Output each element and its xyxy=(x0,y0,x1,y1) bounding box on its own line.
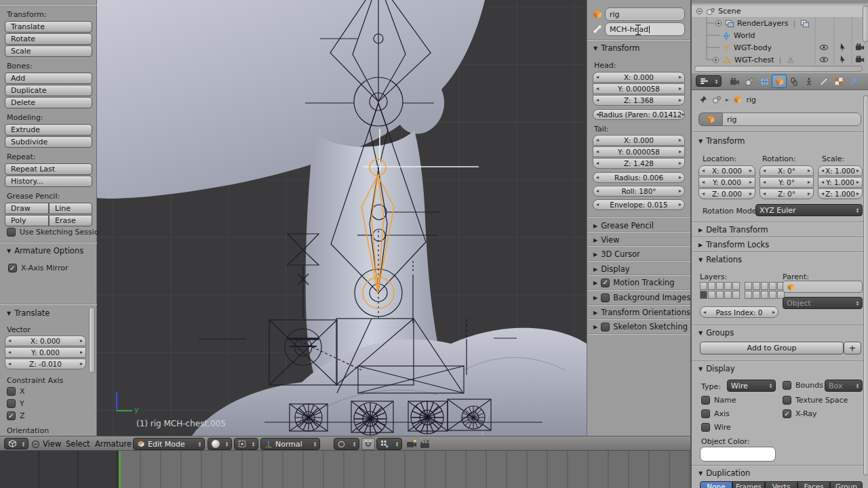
outliner-h-scrollbar[interactable] xyxy=(694,66,863,72)
timeline-playhead[interactable] xyxy=(119,451,121,488)
name-checkbox[interactable] xyxy=(701,396,710,405)
select-menu[interactable]: Select xyxy=(66,439,90,449)
tail-y-field[interactable]: ◂Y: 0.000058▸ xyxy=(593,146,685,157)
increment-icon[interactable]: ▸ xyxy=(80,361,83,367)
use-sketching-checkbox[interactable] xyxy=(7,228,16,237)
increment-icon[interactable]: ▸ xyxy=(682,112,684,117)
location-y-field[interactable]: ◂Y: 0.000▸ xyxy=(698,177,755,188)
head-x-field[interactable]: ◂X: 0.000▸ xyxy=(593,72,685,83)
selectability-cursor-icon[interactable] xyxy=(838,54,848,64)
grease-erase-button[interactable]: Erase xyxy=(49,215,92,226)
tail-radius-field[interactable]: ◂Radius: 0.006▸ xyxy=(593,172,685,183)
tool-shelf-scrollbar[interactable] xyxy=(89,307,95,373)
constraint-y-checkbox[interactable] xyxy=(7,399,16,408)
view-panel-header[interactable]: ▶ View xyxy=(593,235,619,245)
increment-icon[interactable]: ▸ xyxy=(679,188,682,194)
grease-pencil-panel-header[interactable]: ▶ Grease Pencil xyxy=(593,221,654,230)
increment-icon[interactable]: ▸ xyxy=(749,168,752,174)
visibility-eye-icon[interactable] xyxy=(819,55,829,64)
background-images-panel-header[interactable]: ▶ Background Images xyxy=(593,293,690,302)
snap-toggle-button[interactable] xyxy=(361,438,375,450)
tab-bone[interactable] xyxy=(816,75,831,88)
viewport-shading-dropdown[interactable]: ▴▾ xyxy=(208,438,232,450)
tab-texture[interactable] xyxy=(831,75,846,88)
scale-button[interactable]: Scale xyxy=(5,45,92,57)
expand-toggle-icon[interactable] xyxy=(712,56,719,64)
head-y-field[interactable]: ◂Y: 0.000058▸ xyxy=(593,83,685,94)
renderability-camera-icon[interactable] xyxy=(855,55,865,64)
duplication-tab-frames[interactable]: Frames xyxy=(732,481,765,488)
expand-toggle-icon[interactable] xyxy=(715,20,722,27)
envelope-field[interactable]: ◂Envelope: 0.015▸ xyxy=(593,199,685,210)
rotation-z-field[interactable]: ◂Z: 0°▸ xyxy=(760,188,814,199)
outliner-item-world[interactable]: World xyxy=(722,30,755,41)
axis-checkbox[interactable] xyxy=(701,409,710,418)
properties-editor-type-dropdown[interactable]: ▴▾ xyxy=(696,75,722,87)
increment-icon[interactable]: ▸ xyxy=(80,350,83,355)
selectability-cursor-icon[interactable] xyxy=(838,42,848,52)
rotation-y-field[interactable]: ◂Y: 0°▸ xyxy=(760,177,814,188)
renderability-camera-icon[interactable] xyxy=(855,43,865,52)
parent-field[interactable] xyxy=(783,281,863,293)
increment-icon[interactable]: ▸ xyxy=(679,175,682,180)
grease-line-button[interactable]: Line xyxy=(49,203,92,214)
skeleton-sketching-panel-header[interactable]: ▶ Skeleton Sketching xyxy=(593,322,688,331)
layers-grid-left[interactable] xyxy=(700,282,740,299)
object-cube-icon[interactable] xyxy=(733,95,743,104)
add-to-group-button[interactable]: Add to Group xyxy=(700,342,844,354)
increment-icon[interactable]: ▸ xyxy=(679,138,682,143)
bone-name-field[interactable]: MCH-head xyxy=(605,22,685,36)
constraint-x-checkbox[interactable] xyxy=(7,387,16,396)
armature-menu[interactable]: Armature xyxy=(95,439,132,449)
tab-world[interactable] xyxy=(757,75,772,88)
object-name-field[interactable]: rig xyxy=(605,7,685,21)
tab-object-data[interactable] xyxy=(802,75,816,88)
tail-x-field[interactable]: ◂X: 0.000▸ xyxy=(593,135,685,146)
motion-tracking-checkbox[interactable]: ✓ xyxy=(601,279,610,287)
mesh-data-icon[interactable] xyxy=(786,56,795,65)
transform-orientations-panel-header[interactable]: ▶ Transform Orientations xyxy=(593,308,690,317)
scale-z-field[interactable]: ◂Z: 1.000▸ xyxy=(818,188,863,199)
location-x-field[interactable]: ◂X: 0.000▸ xyxy=(698,165,755,176)
skeleton-sketching-checkbox[interactable] xyxy=(601,323,610,331)
motion-tracking-panel-header[interactable]: ▶ ✓ Motion Tracking xyxy=(593,278,675,287)
increment-icon[interactable]: ▸ xyxy=(856,191,859,197)
object-color-swatch[interactable] xyxy=(700,447,776,462)
xray-checkbox[interactable]: ✓ xyxy=(783,409,791,418)
increment-icon[interactable]: ▸ xyxy=(808,180,810,185)
transform-locks-panel-header[interactable]: ▶ Transform Locks xyxy=(698,240,769,249)
extrude-button[interactable]: Extrude xyxy=(5,124,92,136)
view-menu[interactable]: View xyxy=(43,439,61,449)
tail-z-field[interactable]: ◂Z: 1.428▸ xyxy=(593,158,685,169)
tab-object-active[interactable] xyxy=(772,75,787,88)
head-radius-field[interactable]: ◂Radius (Paren: 0.01412▸ xyxy=(593,109,685,120)
transform-orientation-dropdown[interactable]: Normal ▴▾ xyxy=(260,438,320,450)
delta-transform-panel-header[interactable]: ▶ Delta Transform xyxy=(698,225,768,235)
tab-physics[interactable] xyxy=(846,75,861,88)
history-button[interactable]: History... xyxy=(5,176,92,187)
render-opengl-icon[interactable] xyxy=(406,439,417,449)
translate-button[interactable]: Translate xyxy=(5,21,92,33)
bounds-checkbox[interactable] xyxy=(783,381,791,390)
outliner-v-scrollbar[interactable] xyxy=(863,5,868,42)
scale-x-field[interactable]: ◂X: 1.000▸ xyxy=(818,165,863,176)
bone-transform-panel-header[interactable]: ▼ Transform xyxy=(593,43,639,53)
outliner-item-scene[interactable]: Scene xyxy=(696,5,741,17)
head-z-field[interactable]: ◂Z: 1.368▸ xyxy=(593,95,685,106)
increment-icon[interactable]: ▸ xyxy=(80,338,83,344)
increment-icon[interactable]: ▸ xyxy=(808,191,810,197)
increment-icon[interactable]: ▸ xyxy=(679,75,682,80)
increment-icon[interactable]: ▸ xyxy=(749,180,752,185)
increment-icon[interactable]: ▸ xyxy=(679,98,682,103)
rotation-x-field[interactable]: ◂X: 0°▸ xyxy=(760,165,814,176)
increment-icon[interactable]: ▸ xyxy=(808,168,810,174)
vector-x-field[interactable]: ◂ X: 0.000 ▸ xyxy=(5,336,86,346)
scene-icon[interactable] xyxy=(712,95,722,104)
duplicate-button[interactable]: Duplicate xyxy=(5,85,92,96)
display-panel-header[interactable]: ▼ Display xyxy=(698,364,735,373)
parent-type-dropdown[interactable]: Object ▴▾ xyxy=(783,297,863,309)
increment-icon[interactable]: ▸ xyxy=(679,161,682,166)
relations-panel-header[interactable]: ▼ Relations xyxy=(698,255,742,264)
repeat-last-button[interactable]: Repeat Last xyxy=(5,163,92,175)
new-group-button[interactable]: + xyxy=(844,342,861,354)
